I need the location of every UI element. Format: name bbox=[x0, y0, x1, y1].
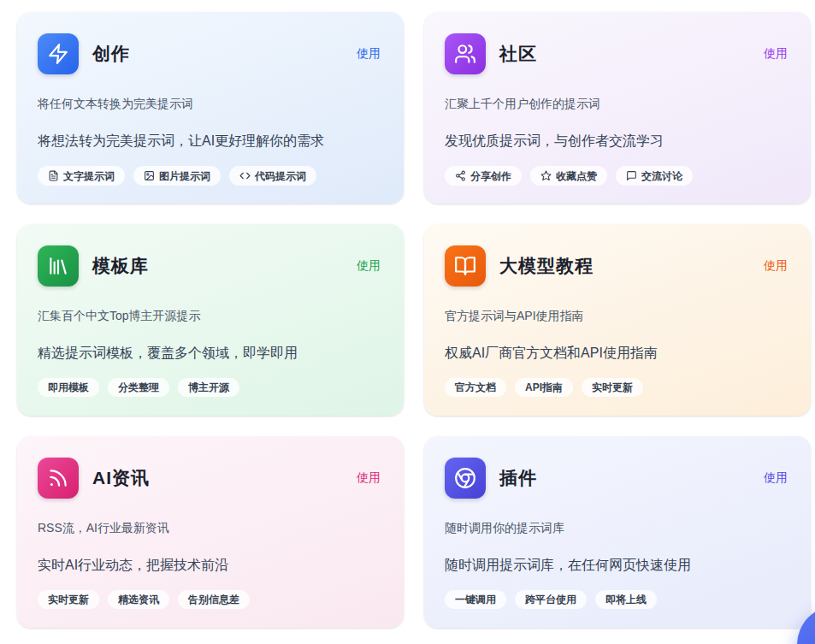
card-subtitle: 汇聚上千个用户创作的提示词 bbox=[445, 95, 788, 112]
tag-list: 官方文档 API指南 实时更新 bbox=[445, 378, 788, 397]
tag-list: 文字提示词 图片提示词 代码提示词 bbox=[38, 166, 381, 186]
tag: 跨平台使用 bbox=[515, 590, 587, 609]
users-icon bbox=[445, 33, 486, 74]
card-header: 模板库 bbox=[38, 245, 381, 287]
tag-label: 交流讨论 bbox=[641, 171, 682, 181]
tag-share: 分享创作 bbox=[445, 166, 522, 186]
share-icon bbox=[455, 170, 466, 181]
card-subtitle: 官方提示词与API使用指南 bbox=[445, 307, 788, 324]
image-icon bbox=[144, 170, 155, 181]
card-title: AI资讯 bbox=[92, 466, 150, 490]
tag-list: 即用模板 分类整理 博主开源 bbox=[38, 378, 381, 397]
tag: 一键调用 bbox=[445, 590, 506, 609]
tag-code-prompt: 代码提示词 bbox=[229, 166, 316, 186]
library-icon bbox=[38, 245, 79, 287]
tag-label: 分享创作 bbox=[470, 171, 511, 181]
card-description: 随时调用提示词库，在任何网页快速使用 bbox=[445, 555, 788, 575]
card-community[interactable]: 使用 社区 汇聚上千个用户创作的提示词 发现优质提示词，与创作者交流学习 分享创… bbox=[424, 12, 811, 204]
tag-label: 分类整理 bbox=[118, 382, 159, 393]
card-title: 大模型教程 bbox=[499, 254, 594, 278]
tag: 告别信息差 bbox=[178, 590, 250, 609]
tag: 实时更新 bbox=[582, 378, 643, 397]
tag-label: 实时更新 bbox=[592, 382, 633, 393]
card-description: 发现优质提示词，与创作者交流学习 bbox=[445, 131, 788, 151]
card-title: 社区 bbox=[499, 42, 537, 66]
card-header: AI资讯 bbox=[38, 458, 381, 499]
use-link[interactable]: 使用 bbox=[764, 470, 788, 486]
use-link[interactable]: 使用 bbox=[764, 258, 788, 274]
tag: 分类整理 bbox=[108, 378, 169, 397]
card-header: 创作 bbox=[38, 33, 381, 74]
use-link[interactable]: 使用 bbox=[764, 46, 788, 62]
card-description: 权威AI厂商官方文档和API使用指南 bbox=[445, 343, 788, 363]
file-text-icon bbox=[48, 170, 59, 181]
card-llm-tutorial[interactable]: 使用 大模型教程 官方提示词与API使用指南 权威AI厂商官方文档和API使用指… bbox=[424, 224, 811, 416]
tag-label: 文字提示词 bbox=[63, 171, 115, 181]
tag: 即用模板 bbox=[38, 378, 99, 397]
tag-label: 博主开源 bbox=[188, 382, 229, 393]
tag-label: 即将上线 bbox=[605, 594, 647, 605]
tag-label: 一键调用 bbox=[455, 594, 496, 605]
tag-label: 实时更新 bbox=[48, 594, 89, 605]
feature-card-grid: 使用 创作 将任何文本转换为完美提示词 将想法转为完美提示词，让AI更好理解你的… bbox=[17, 12, 811, 628]
star-icon bbox=[540, 170, 552, 181]
tag-label: 跨平台使用 bbox=[525, 594, 576, 605]
tag-text-prompt: 文字提示词 bbox=[38, 166, 125, 186]
tag-label: 官方文档 bbox=[455, 382, 496, 393]
tag: 博主开源 bbox=[178, 378, 239, 397]
card-description: 将想法转为完美提示词，让AI更好理解你的需求 bbox=[38, 131, 381, 151]
tag-label: API指南 bbox=[525, 382, 563, 393]
tag-favorite: 收藏点赞 bbox=[530, 166, 607, 186]
card-description: 实时AI行业动态，把握技术前沿 bbox=[38, 555, 381, 575]
tag: 实时更新 bbox=[38, 590, 99, 609]
chrome-icon bbox=[445, 458, 486, 499]
use-link[interactable]: 使用 bbox=[357, 258, 381, 274]
use-link[interactable]: 使用 bbox=[357, 46, 381, 62]
tag-label: 收藏点赞 bbox=[556, 171, 597, 181]
tag: API指南 bbox=[515, 378, 573, 397]
card-title: 创作 bbox=[92, 42, 130, 66]
card-title: 插件 bbox=[499, 466, 537, 490]
tag-discuss: 交流讨论 bbox=[616, 166, 693, 186]
tag-image-prompt: 图片提示词 bbox=[133, 166, 221, 186]
card-creation[interactable]: 使用 创作 将任何文本转换为完美提示词 将想法转为完美提示词，让AI更好理解你的… bbox=[17, 12, 404, 204]
zap-icon bbox=[38, 33, 79, 74]
card-header: 插件 bbox=[445, 458, 788, 499]
card-header: 社区 bbox=[445, 33, 788, 74]
card-template-library[interactable]: 使用 模板库 汇集百个中文Top博主开源提示 精选提示词模板，覆盖多个领域，即学… bbox=[17, 224, 404, 416]
chat-icon bbox=[626, 170, 637, 181]
tag-label: 告别信息差 bbox=[188, 594, 239, 605]
rss-icon bbox=[38, 458, 79, 499]
card-plugin[interactable]: 使用 插件 随时调用你的提示词库 随时调用提示词库，在任何网页快速使用 一键调用… bbox=[424, 436, 811, 628]
tag-label: 精选资讯 bbox=[118, 594, 159, 605]
tag-list: 一键调用 跨平台使用 即将上线 bbox=[445, 590, 788, 609]
card-ai-news[interactable]: 使用 AI资讯 RSS流，AI行业最新资讯 实时AI行业动态，把握技术前沿 实时… bbox=[17, 436, 404, 628]
card-description: 精选提示词模板，覆盖多个领域，即学即用 bbox=[38, 343, 381, 363]
use-link[interactable]: 使用 bbox=[357, 470, 381, 486]
tag-list: 分享创作 收藏点赞 交流讨论 bbox=[445, 166, 788, 186]
tag-label: 图片提示词 bbox=[159, 171, 210, 181]
tag-label: 即用模板 bbox=[48, 382, 89, 393]
tag: 即将上线 bbox=[595, 590, 657, 609]
tag: 精选资讯 bbox=[108, 590, 169, 609]
card-header: 大模型教程 bbox=[445, 245, 788, 287]
card-subtitle: 随时调用你的提示词库 bbox=[445, 519, 788, 536]
tag-label: 代码提示词 bbox=[255, 171, 306, 181]
tag: 官方文档 bbox=[445, 378, 506, 397]
tag-list: 实时更新 精选资讯 告别信息差 bbox=[38, 590, 381, 609]
book-open-icon bbox=[445, 245, 486, 287]
code-icon bbox=[239, 170, 251, 181]
card-title: 模板库 bbox=[92, 254, 149, 278]
card-subtitle: 将任何文本转换为完美提示词 bbox=[38, 95, 381, 112]
card-subtitle: 汇集百个中文Top博主开源提示 bbox=[38, 307, 381, 324]
card-subtitle: RSS流，AI行业最新资讯 bbox=[38, 519, 381, 536]
